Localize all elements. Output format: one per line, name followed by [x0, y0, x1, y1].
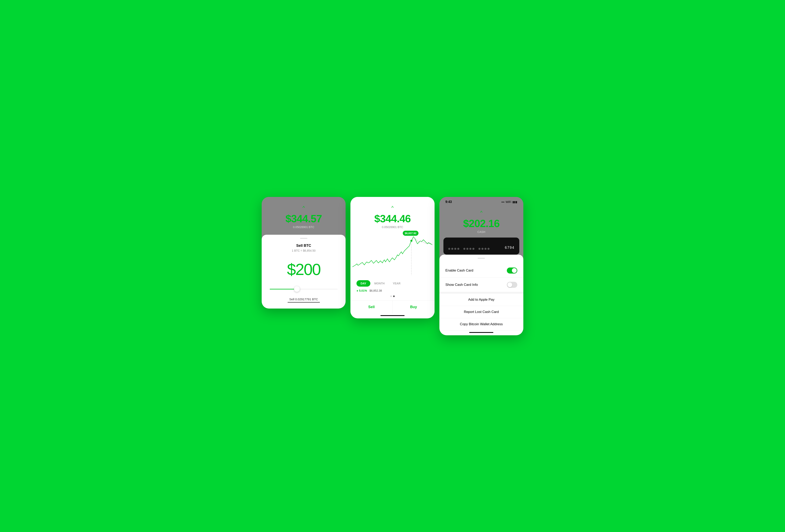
stat-pct: ● 5.01% [356, 289, 367, 292]
btc-wallet-label: Copy Bitcoin Wallet Address [446, 322, 517, 326]
enable-cash-card-label: Enable Cash Card [446, 268, 474, 272]
stat-price: $6,852.38 [369, 289, 382, 292]
btc-amount-sub-2: 0.05026901 BTC [382, 225, 403, 229]
menu-item-show-info[interactable]: Show Cash Card Info [439, 278, 523, 292]
wifi-icon: WiFi [506, 200, 511, 204]
sell-btc-label: Sell 0.02917791 BTC [268, 297, 339, 301]
btc-value-display-2: $344.46 [374, 213, 411, 225]
cash-card-menu: Enable Cash Card Show Cash Card Info Add… [439, 255, 523, 335]
menu-item-report-lost[interactable]: Report Lost Cash Card [439, 306, 523, 318]
card-dot [478, 248, 480, 250]
card-dot [454, 248, 456, 250]
btc-chart-svg [352, 231, 432, 275]
buy-button[interactable]: Buy [393, 300, 435, 314]
screen-sell-btc: ^ $344.57 0.05026901 BTC Sell BTC 1 BTC … [262, 197, 346, 309]
add-to-apple-pay-label: Add to Apple Pay [446, 298, 517, 302]
sell-rate: 1 BTC = $6,854.50 [268, 249, 339, 252]
menu-item-enable[interactable]: Enable Cash Card [439, 264, 523, 278]
chevron-up-icon-3[interactable]: ^ [480, 210, 482, 215]
card-dot [457, 248, 459, 250]
cash-balance: ^ $202.16 CASH [439, 208, 523, 238]
sell-buy-bar: Sell Buy [350, 300, 434, 314]
show-cash-card-info-toggle[interactable] [507, 282, 517, 288]
enable-cash-card-toggle[interactable] [507, 267, 517, 273]
report-lost-label: Report Lost Cash Card [446, 310, 517, 314]
screen2-header: ^ $344.46 0.05026901 BTC [350, 197, 434, 229]
menu-item-btc-wallet[interactable]: Copy Bitcoin Wallet Address [439, 318, 523, 330]
signal-icon: ▪▪▪ [501, 200, 504, 204]
cash-card-visual: 6794 [444, 238, 519, 255]
sell-btc-underline [288, 302, 320, 302]
status-bar: 9:43 ▪▪▪ WiFi ▮▮▮ [446, 200, 517, 204]
amount-slider[interactable] [270, 289, 337, 289]
dot-2 [393, 295, 395, 297]
page-dots [350, 295, 434, 297]
card-dot [470, 248, 472, 250]
chevron-up-icon[interactable]: ^ [303, 205, 305, 211]
screen-btc-chart: ^ $344.46 0.05026901 BTC $6,637.92 DAY M… [350, 197, 434, 318]
menu-item-apple-pay[interactable]: Add to Apple Pay [439, 294, 523, 306]
chart-container: $6,637.92 [350, 231, 434, 275]
show-cash-card-info-label: Show Cash Card Info [446, 283, 478, 287]
bottom-sheet-sell: Sell BTC 1 BTC = $6,854.50 $200 Sell 0.0… [262, 235, 346, 309]
sheet-handle [300, 238, 307, 239]
toggle-thumb-info [507, 283, 512, 287]
slider-thumb[interactable] [294, 286, 300, 292]
chevron-up-icon-2[interactable]: ^ [391, 205, 394, 211]
tab-month[interactable]: MONTH [370, 280, 389, 287]
home-indicator [380, 315, 405, 316]
card-last-digits: 6794 [505, 246, 514, 250]
status-time: 9:43 [446, 200, 452, 204]
amount-number: 200 [295, 261, 320, 278]
card-dot [466, 248, 469, 250]
dot-group-1 [448, 248, 459, 250]
card-dots [448, 248, 489, 250]
card-dot [484, 248, 486, 250]
card-dot [487, 248, 489, 250]
btc-value-display: $344.57 [285, 213, 322, 225]
dot-1 [390, 295, 392, 297]
screen3-header: 9:43 ▪▪▪ WiFi ▮▮▮ [439, 197, 523, 208]
menu-divider [439, 292, 523, 294]
slider-fill [270, 289, 297, 289]
status-icons: ▪▪▪ WiFi ▮▮▮ [501, 200, 517, 204]
chart-stats: ● 5.01% $6,852.38 [350, 289, 434, 292]
dot-group-2 [463, 248, 475, 250]
screens-container: ^ $344.57 0.05026901 BTC Sell BTC 1 BTC … [262, 197, 523, 335]
time-tabs: DAY MONTH YEAR [350, 280, 434, 287]
slider-track [270, 289, 337, 289]
card-dot [451, 248, 453, 250]
sell-title: Sell BTC [268, 244, 339, 248]
btc-amount-sub: 0.05026901 BTC [293, 225, 314, 229]
card-dot [473, 248, 475, 250]
toggle-thumb-enable [512, 268, 517, 273]
tab-year[interactable]: YEAR [389, 280, 405, 287]
svg-point-1 [410, 240, 412, 242]
dot-group-3 [478, 248, 489, 250]
sell-button[interactable]: Sell [350, 300, 392, 314]
card-dot [463, 248, 465, 250]
dollar-sign: $ [287, 261, 296, 278]
screen-cash-card: 9:43 ▪▪▪ WiFi ▮▮▮ ^ $202.16 CASH [439, 197, 523, 335]
home-indicator-3 [469, 332, 493, 333]
sell-amount: $200 [268, 260, 339, 279]
battery-icon: ▮▮▮ [512, 200, 517, 204]
sheet-handle-3 [478, 258, 485, 259]
screen1-header: ^ $344.57 0.05026901 BTC [262, 197, 346, 235]
card-dot [448, 248, 450, 250]
cash-label: CASH [477, 230, 485, 234]
card-dot [481, 248, 483, 250]
tab-day[interactable]: DAY [356, 280, 370, 287]
price-tooltip: $6,637.92 [403, 231, 419, 236]
cash-amount: $202.16 [463, 217, 500, 230]
